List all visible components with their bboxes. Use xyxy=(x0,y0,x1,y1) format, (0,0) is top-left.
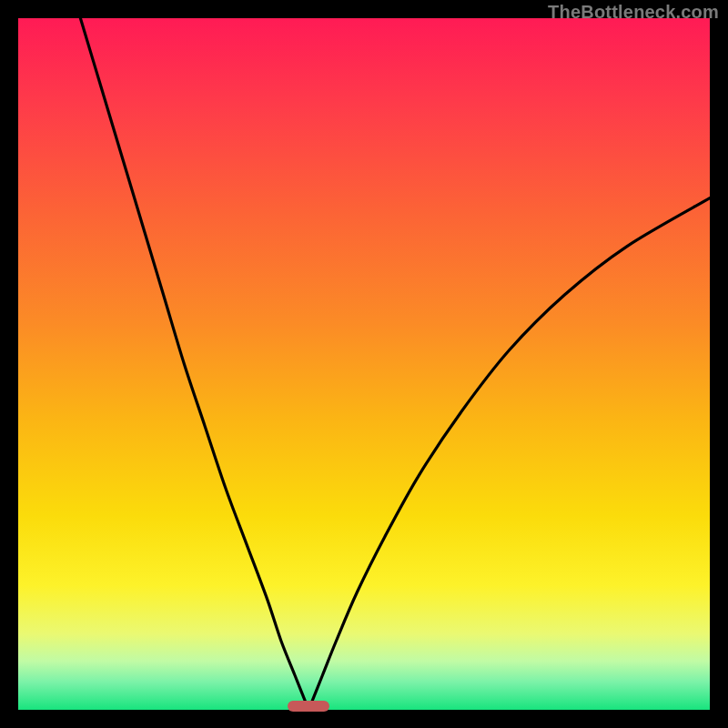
chart-frame: TheBottleneck.com xyxy=(0,0,728,728)
left-curve xyxy=(80,18,308,710)
plot-area xyxy=(18,18,710,710)
curves-svg xyxy=(18,18,710,710)
minimum-marker xyxy=(288,701,329,712)
right-curve xyxy=(308,198,710,710)
